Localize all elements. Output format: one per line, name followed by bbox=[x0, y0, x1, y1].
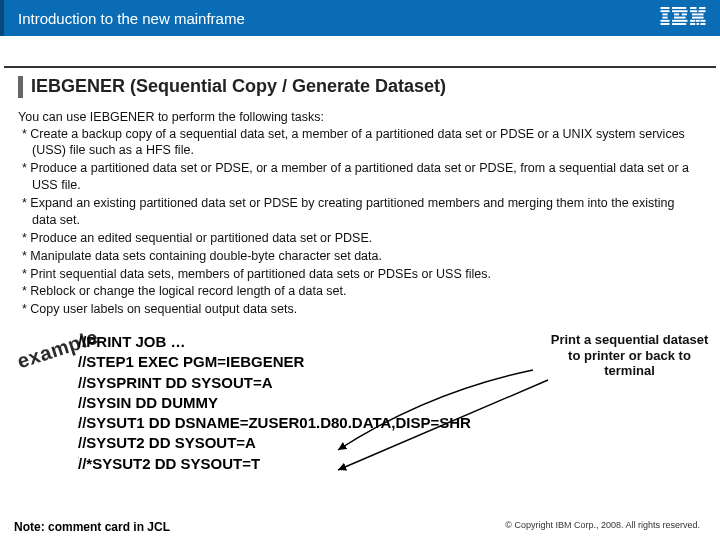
svg-rect-12 bbox=[672, 23, 686, 25]
code-line: //SYSUT2 DD SYSOUT=A bbox=[78, 433, 702, 453]
header-bar: Introduction to the new mainframe bbox=[0, 0, 720, 36]
svg-rect-16 bbox=[698, 10, 705, 12]
slide-body: IEBGENER (Sequential Copy / Generate Dat… bbox=[0, 68, 720, 474]
svg-rect-21 bbox=[696, 20, 700, 22]
svg-rect-9 bbox=[682, 13, 687, 15]
svg-rect-1 bbox=[661, 10, 670, 12]
svg-rect-4 bbox=[661, 20, 670, 22]
svg-rect-3 bbox=[662, 17, 667, 19]
svg-rect-14 bbox=[699, 7, 705, 9]
list-item: * Produce an edited sequential or partit… bbox=[18, 230, 702, 247]
list-item: * Manipulate data sets containing double… bbox=[18, 248, 702, 265]
svg-rect-15 bbox=[690, 10, 697, 12]
svg-rect-7 bbox=[672, 10, 687, 12]
code-line: //*SYSUT2 DD SYSOUT=T bbox=[78, 454, 702, 474]
svg-rect-22 bbox=[700, 20, 705, 22]
footer-note: Note: comment card in JCL bbox=[14, 520, 170, 534]
slide-title: IEBGENER (Sequential Copy / Generate Dat… bbox=[18, 76, 702, 98]
svg-rect-6 bbox=[672, 7, 686, 9]
svg-rect-2 bbox=[662, 13, 667, 15]
header-title: Introduction to the new mainframe bbox=[18, 10, 245, 27]
svg-rect-18 bbox=[698, 13, 704, 15]
list-item: * Copy user labels on sequential output … bbox=[18, 301, 702, 318]
svg-rect-13 bbox=[690, 7, 696, 9]
svg-rect-10 bbox=[674, 17, 686, 19]
svg-rect-19 bbox=[692, 17, 704, 19]
list-item: * Print sequential data sets, members of… bbox=[18, 266, 702, 283]
bullet-list: * Create a backup copy of a sequential d… bbox=[18, 126, 702, 319]
header-divider bbox=[4, 36, 716, 68]
svg-rect-0 bbox=[661, 7, 670, 9]
list-item: * Reblock or change the logical record l… bbox=[18, 283, 702, 300]
svg-rect-17 bbox=[692, 13, 698, 15]
intro-text: You can use IEBGENER to perform the foll… bbox=[18, 110, 702, 124]
svg-rect-23 bbox=[690, 23, 695, 25]
list-item: * Produce a partitioned data set or PDSE… bbox=[18, 160, 702, 194]
list-item: * Create a backup copy of a sequential d… bbox=[18, 126, 702, 160]
svg-rect-20 bbox=[690, 20, 695, 22]
code-line: //SYSIN DD DUMMY bbox=[78, 393, 702, 413]
svg-rect-8 bbox=[674, 13, 679, 15]
svg-rect-5 bbox=[661, 23, 670, 25]
svg-rect-24 bbox=[697, 23, 700, 25]
copyright-text: © Copyright IBM Corp., 2008. All rights … bbox=[505, 520, 700, 530]
code-line: //SYSUT1 DD DSNAME=ZUSER01.D80.DATA,DISP… bbox=[78, 413, 702, 433]
example-area: example //PRINT JOB … //STEP1 EXEC PGM=I… bbox=[78, 332, 702, 474]
svg-rect-11 bbox=[672, 20, 687, 22]
annotation-text: Print a sequential dataset to printer or… bbox=[547, 332, 712, 379]
list-item: * Expand an existing partitioned data se… bbox=[18, 195, 702, 229]
svg-rect-25 bbox=[700, 23, 705, 25]
ibm-logo-icon bbox=[660, 7, 706, 29]
